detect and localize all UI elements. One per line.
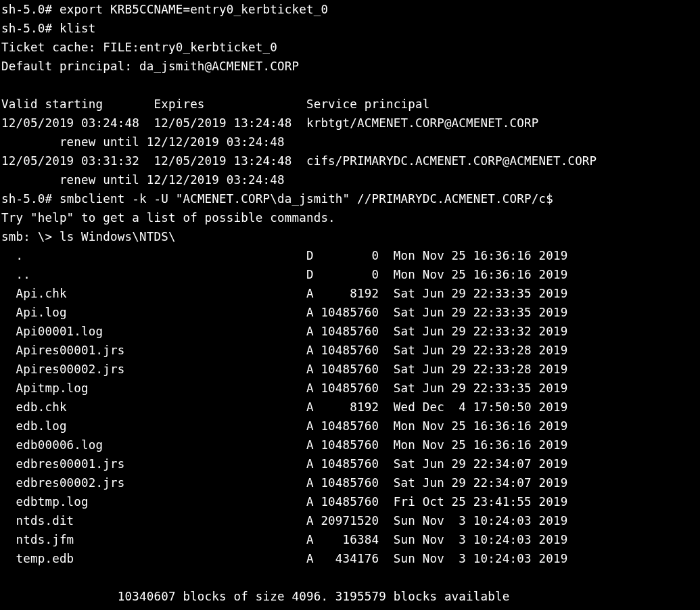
prompt-line: sh-5.0# smbclient -k -U "ACMENET.CORP\da… (1, 192, 553, 206)
ls-rows: . D 0 Mon Nov 25 16:36:16 2019 .. D 0 Mo… (1, 249, 567, 565)
smb-prompt: smb: \> ls Windows\NTDS\ (1, 230, 176, 243)
klist-renew: renew until 12/12/2019 03:24:48 (1, 173, 285, 187)
klist-cache: Ticket cache: FILE:entry0_kerbticket_0 (1, 41, 277, 54)
ls-summary: 10340607 blocks of size 4096. 3195579 bl… (1, 590, 510, 603)
klist-principal: Default principal: da_jsmith@ACMENET.COR… (1, 60, 299, 73)
klist-header: Valid starting Expires Service principal (1, 97, 429, 111)
klist-ticket: 12/05/2019 03:24:48 12/05/2019 13:24:48 … (1, 116, 538, 130)
prompt-line: sh-5.0# klist (1, 22, 96, 35)
terminal-output[interactable]: sh-5.0# export KRB5CCNAME=entry0_kerbtic… (0, 0, 700, 610)
klist-renew: renew until 12/12/2019 03:24:48 (1, 135, 285, 149)
klist-ticket: 12/05/2019 03:31:32 12/05/2019 13:24:48 … (1, 154, 597, 168)
prompt-line: sh-5.0# export KRB5CCNAME=entry0_kerbtic… (1, 3, 328, 16)
smb-help: Try "help" to get a list of possible com… (1, 211, 335, 225)
